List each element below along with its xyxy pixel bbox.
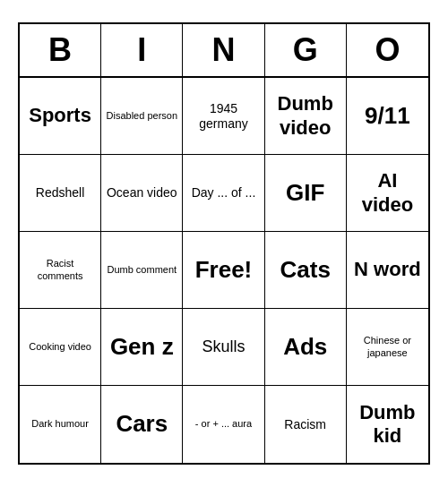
bingo-cell: GIF <box>265 155 347 232</box>
bingo-cell: Ocean video <box>101 155 183 232</box>
bingo-grid: SportsDisabled person1945 germanyDumb vi… <box>20 78 428 463</box>
cell-text: Racism <box>284 417 326 432</box>
cell-text: Racist comments <box>23 258 97 281</box>
cell-text: N word <box>354 258 421 281</box>
cell-text: Chinese or japanese <box>350 335 425 358</box>
cell-text: Ocean video <box>107 185 177 201</box>
bingo-cell: N word <box>347 232 428 309</box>
bingo-cell: Dumb comment <box>101 232 183 309</box>
cell-text: Skulls <box>202 337 245 357</box>
cell-text: - or + ... aura <box>195 418 252 430</box>
cell-text: 9/11 <box>365 102 410 130</box>
bingo-cell: Day ... of ... <box>183 155 264 232</box>
bingo-cell: Sports <box>20 78 101 155</box>
cell-text: Dumb comment <box>107 264 177 276</box>
cell-text: Day ... of ... <box>192 185 256 201</box>
bingo-cell: Cats <box>265 232 347 309</box>
cell-text: Cars <box>116 410 168 438</box>
bingo-header: BINGO <box>20 24 428 78</box>
cell-text: Dumb kid <box>350 401 425 449</box>
bingo-cell: Free! <box>183 232 264 309</box>
bingo-cell: Disabled person <box>101 78 183 155</box>
bingo-cell: Dumb video <box>265 78 347 155</box>
cell-text: Free! <box>195 256 253 284</box>
bingo-cell: Dark humour <box>20 386 101 463</box>
cell-text: Ads <box>283 333 327 361</box>
bingo-cell: Gen z <box>101 309 183 386</box>
bingo-cell: Racism <box>265 386 347 463</box>
bingo-card: BINGO SportsDisabled person1945 germanyD… <box>18 22 430 465</box>
bingo-cell: AI video <box>347 155 428 232</box>
cell-text: Cooking video <box>29 341 91 353</box>
cell-text: Sports <box>29 104 91 127</box>
cell-text: Gen z <box>110 333 174 361</box>
cell-text: Disabled person <box>107 110 178 122</box>
header-letter: I <box>101 24 183 76</box>
header-letter: G <box>265 24 347 76</box>
bingo-cell: Skulls <box>183 309 264 386</box>
header-letter: O <box>347 24 428 76</box>
cell-text: GIF <box>286 179 324 207</box>
bingo-cell: 1945 germany <box>183 78 264 155</box>
cell-text: 1945 germany <box>186 101 260 132</box>
cell-text: Redshell <box>36 185 84 201</box>
bingo-cell: Cars <box>101 386 183 463</box>
bingo-cell: Ads <box>265 309 347 386</box>
bingo-cell: Redshell <box>20 155 101 232</box>
header-letter: N <box>183 24 264 76</box>
bingo-cell: Cooking video <box>20 309 101 386</box>
cell-text: Cats <box>280 256 331 284</box>
cell-text: Dumb video <box>269 92 342 140</box>
cell-text: AI video <box>350 169 425 217</box>
cell-text: Dark humour <box>31 418 89 430</box>
bingo-cell: Chinese or japanese <box>347 309 428 386</box>
bingo-cell: Dumb kid <box>347 386 428 463</box>
header-letter: B <box>20 24 101 76</box>
bingo-cell: 9/11 <box>347 78 428 155</box>
bingo-cell: - or + ... aura <box>183 386 264 463</box>
bingo-cell: Racist comments <box>20 232 101 309</box>
